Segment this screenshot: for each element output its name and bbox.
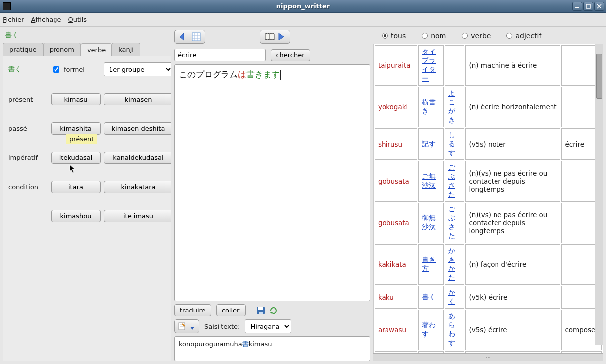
- tense-label: passé: [8, 125, 48, 132]
- nav-back-button[interactable]: [174, 30, 205, 44]
- menu-tools[interactable]: Outils: [68, 16, 87, 23]
- menubar: Fichier Affichage Outils: [0, 13, 606, 27]
- sentence-textarea[interactable]: このプログラムは書きます: [174, 64, 370, 301]
- filter-label: nom: [431, 32, 446, 40]
- conj-neg-button[interactable]: kanaidekudasai: [104, 152, 171, 164]
- mouse-cursor-icon: [69, 164, 77, 174]
- dict-def: (v5s) écrire: [465, 310, 560, 350]
- conj-neg-button[interactable]: kinakatara: [104, 181, 171, 193]
- filter-label: adjectif: [515, 32, 541, 40]
- dict-kana-link[interactable]: しるす: [448, 131, 455, 156]
- dict-kana-link[interactable]: ごぶさた: [448, 205, 455, 240]
- svg-marker-11: [279, 33, 284, 40]
- formal-checkbox[interactable]: formel: [51, 65, 101, 74]
- filter-verb[interactable]: verbe: [462, 32, 491, 40]
- table-row: kaku書くかく(v5k) écrire: [375, 286, 602, 309]
- dict-jp-link[interactable]: タイプライター: [422, 48, 436, 82]
- group-select[interactable]: 1er groupe: [104, 62, 171, 76]
- filter-noun[interactable]: nom: [422, 32, 446, 40]
- svg-marker-4: [180, 33, 184, 40]
- tense-label: impératif: [8, 154, 48, 161]
- maximize-icon: [586, 4, 591, 9]
- dict-kana-link[interactable]: かきかた: [448, 247, 455, 281]
- grid-icon: [192, 32, 201, 41]
- sentence-verb: 書きます: [246, 69, 280, 79]
- conj-neg-button[interactable]: kimasen deshita: [104, 122, 171, 135]
- dict-kana-link[interactable]: よこがき: [448, 89, 455, 124]
- dict-horizontal-scrollbar[interactable]: ···: [373, 353, 603, 361]
- paste-button[interactable]: coller: [216, 304, 246, 316]
- arrow-left-icon: [179, 32, 190, 41]
- conj-pos-button[interactable]: kimasu: [51, 93, 101, 105]
- dict-jp-link[interactable]: 御無沙汰: [422, 214, 436, 231]
- conj-pos-button[interactable]: itara: [51, 181, 101, 193]
- dict-def: (n)(vs) ne pas écrire ou contacter depui…: [465, 161, 560, 202]
- search-input[interactable]: [174, 49, 266, 61]
- edit-icon: [178, 322, 187, 331]
- svg-rect-5: [192, 33, 200, 41]
- dictionary-table: taipuraita_タイプライター(n) machine à écrireyo…: [374, 44, 603, 353]
- dict-jp-link[interactable]: ご無沙汰: [422, 172, 436, 189]
- dict-def: (n) écrire horizontalement: [465, 87, 560, 127]
- dict-jp-link[interactable]: 横書き: [422, 98, 436, 115]
- dict-romaji: kakikata: [375, 244, 417, 285]
- dict-filter-row: tousnomverbeadjectif: [373, 30, 603, 44]
- minimize-icon: [575, 4, 580, 9]
- tab-verbe[interactable]: verbe: [81, 43, 112, 56]
- dict-romaji: gobusata: [375, 161, 417, 202]
- window-title: nippon_writter: [0, 2, 606, 10]
- book-icon: [264, 32, 275, 41]
- table-row: yokogaki横書きよこがき(n) écrire horizontalemen…: [375, 87, 602, 127]
- rom-pre: konopuroguramuha: [179, 340, 242, 348]
- dict-def: (n) machine à écrire: [465, 45, 560, 86]
- table-row: arawasu著すあらわす(v5s) écrirecomposer: [375, 351, 602, 353]
- current-word-top: 書く: [3, 30, 171, 43]
- conj-pos-button[interactable]: itekudasai: [51, 152, 101, 164]
- edit-mode-button[interactable]: [174, 319, 199, 333]
- menu-file[interactable]: Fichier: [3, 16, 24, 23]
- formal-checkbox-label: formel: [64, 66, 85, 73]
- dict-jp-link[interactable]: 書き方: [422, 256, 436, 272]
- filter-adj[interactable]: adjectif: [506, 32, 541, 40]
- translate-button[interactable]: traduire: [174, 304, 211, 316]
- search-button[interactable]: chercher: [271, 49, 310, 61]
- refresh-icon[interactable]: [269, 306, 278, 315]
- text-caret: [280, 70, 281, 80]
- dict-kana-link[interactable]: ごぶさた: [448, 163, 455, 198]
- menu-view[interactable]: Affichage: [31, 16, 61, 23]
- dict-kana-link[interactable]: かく: [448, 288, 455, 305]
- filter-label: verbe: [471, 32, 491, 40]
- close-button[interactable]: [594, 2, 604, 11]
- dict-jp-link[interactable]: 記す: [422, 140, 436, 148]
- save-icon[interactable]: [256, 306, 266, 315]
- dict-extra: composer: [561, 351, 602, 353]
- verb-word: 書く: [8, 65, 48, 74]
- maximize-button[interactable]: [583, 2, 593, 11]
- svg-rect-1: [586, 4, 590, 8]
- filter-all[interactable]: tous: [382, 32, 406, 40]
- conj-neg-button[interactable]: kimasen: [104, 93, 171, 105]
- dict-kana-link[interactable]: あらわす: [448, 312, 455, 347]
- dict-vertical-scrollbar[interactable]: [595, 44, 603, 345]
- nav-forward-button[interactable]: [260, 30, 290, 44]
- app-icon: [3, 2, 11, 10]
- tab-pratique[interactable]: pratique: [3, 43, 43, 56]
- tab-pronom[interactable]: pronom: [43, 43, 81, 56]
- svg-rect-13: [258, 307, 263, 310]
- table-row: arawasu著わすあらわす(v5s) écrirecomposer: [375, 310, 602, 350]
- dict-jp-link[interactable]: 書く: [422, 293, 436, 301]
- dict-jp-link[interactable]: 著わす: [422, 321, 436, 338]
- input-mode-label: Saisi texte:: [204, 323, 240, 330]
- close-icon: [597, 4, 602, 9]
- dict-def: (v5s) écrire: [465, 351, 560, 353]
- window-titlebar: nippon_writter: [0, 0, 606, 13]
- conj-pos-button[interactable]: kimashou: [51, 210, 101, 222]
- minimize-button[interactable]: [572, 2, 582, 11]
- svg-rect-0: [575, 7, 579, 8]
- conj-pos-button[interactable]: kimashita: [51, 122, 101, 135]
- svg-marker-20: [70, 165, 75, 173]
- input-mode-select[interactable]: Hiragana: [245, 319, 291, 333]
- tense-label: présent: [8, 96, 48, 103]
- tab-kanji[interactable]: kanji: [112, 43, 140, 56]
- conj-neg-button[interactable]: ite imasu: [104, 210, 171, 222]
